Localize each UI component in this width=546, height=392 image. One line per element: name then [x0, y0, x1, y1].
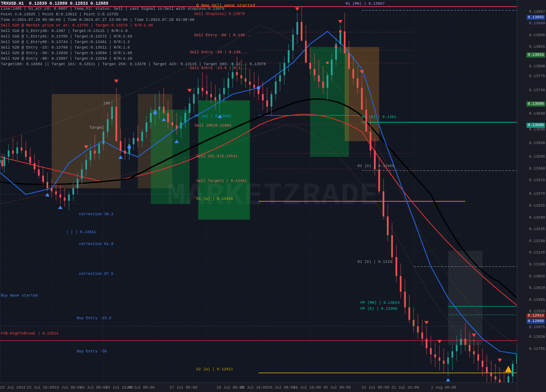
time-label: 26 Jul 00:00	[127, 386, 155, 390]
price-label: 0.12889	[526, 319, 545, 324]
price-label: 0.13280	[529, 216, 545, 220]
price-label: 0.12965	[529, 298, 545, 302]
price-label: 0.13730	[529, 88, 545, 92]
price-label: 0.13145	[529, 251, 545, 255]
price-label: 0.13235	[529, 227, 545, 231]
price-label: 0.13370	[529, 192, 545, 196]
time-label: 28 Jul 16:00	[240, 386, 268, 390]
price-label: 0.13775	[529, 74, 545, 78]
price-label: 0.13055	[529, 274, 545, 279]
price-label: 0.13688	[526, 101, 545, 107]
price-label: 0.12785	[529, 347, 545, 351]
price-label: 0.13415	[529, 178, 545, 182]
time-label: 1 Aug 08:00	[431, 386, 456, 390]
price-label: 0.13865	[529, 45, 545, 49]
price-label: 0.13505	[529, 155, 545, 159]
price-label: 0.12830	[529, 335, 545, 339]
time-label: 25 Jul 00:00	[80, 386, 108, 390]
time-label: 23 Jul 16:00	[27, 386, 55, 390]
price-label: 0.13955	[526, 15, 545, 20]
price-label: 0.13834	[526, 52, 545, 58]
price-label: 0.13325	[529, 204, 545, 208]
chart-container: MARKETZRADE TRXUSD.H1 0.12839 0.12889 0.…	[0, 0, 546, 392]
time-label: 27 Jul 08:00	[170, 386, 197, 390]
price-label: 0.13660	[529, 112, 545, 116]
price-label: 0.13010	[529, 286, 545, 290]
time-label: 31 Jul 00:00	[362, 386, 389, 390]
price-label: 0.13190	[529, 239, 545, 243]
price-label: 0.13595	[529, 127, 545, 132]
time-label: 29 Jul 08:00	[268, 386, 296, 390]
price-label: 0.12914	[526, 313, 545, 318]
time-label: 24 Jul 08:00	[55, 386, 82, 390]
price-axis: 0.139670.139550.139400.138950.138650.138…	[517, 0, 546, 392]
price-label: 0.13460	[529, 167, 545, 171]
price-label: 0.12875	[529, 325, 545, 329]
price-label: 0.13800	[529, 64, 545, 69]
time-label: 31 Jul 16:00	[392, 386, 419, 390]
time-label: 30 Jul 08:00	[323, 386, 351, 390]
price-label: 0.13940	[529, 21, 545, 26]
time-label: 29 Jul 16:00	[293, 386, 321, 390]
price-label: 0.13895	[529, 33, 545, 37]
time-label: 22 Jul 2024	[0, 386, 25, 390]
price-label: 0.13550	[529, 141, 545, 145]
price-label: 0.13100	[529, 262, 545, 267]
main-chart-canvas	[0, 0, 546, 392]
price-label: 0.13967	[529, 10, 545, 14]
time-axis: 22 Jul 202423 Jul 16:0024 Jul 08:0025 Ju…	[0, 383, 517, 392]
